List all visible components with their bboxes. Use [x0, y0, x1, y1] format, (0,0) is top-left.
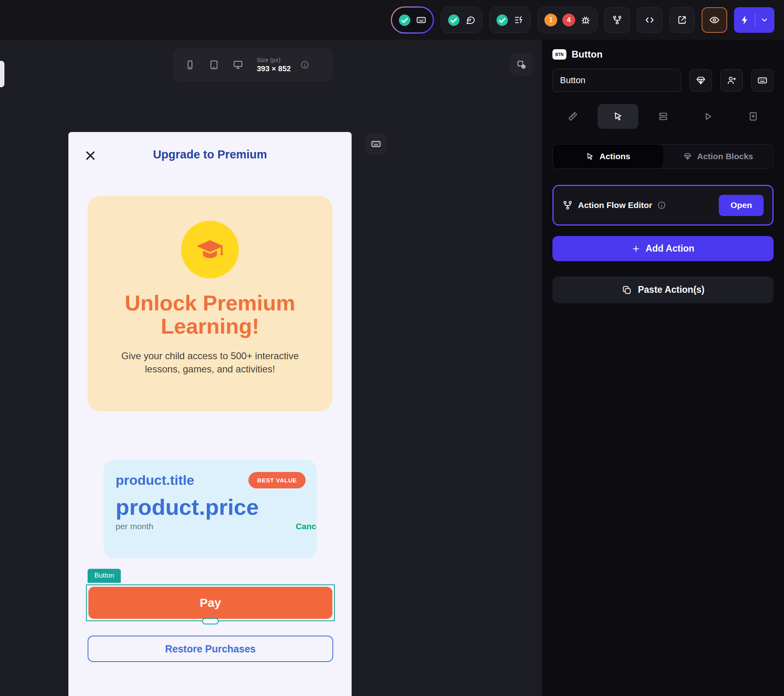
action-flow-toolbar-button[interactable] — [604, 7, 630, 33]
info-icon[interactable] — [657, 201, 666, 210]
restore-purchases-button[interactable]: Restore Purchases — [88, 636, 333, 662]
page-title: Upgrade to Premium — [68, 148, 352, 161]
cursor-icon — [613, 111, 623, 122]
gem-icon — [683, 152, 692, 161]
add-action-label: Add Action — [646, 243, 694, 254]
graduation-cap-icon — [195, 234, 225, 265]
device-tablet-button[interactable] — [205, 56, 223, 74]
open-external-icon — [677, 15, 687, 25]
hero-subtitle: Give your child access to 500+ interacti… — [114, 349, 306, 376]
code-icon — [644, 15, 655, 25]
chat-bubble-icon — [465, 15, 476, 25]
actions-segmented-control: Actions Action Blocks — [552, 144, 774, 169]
paste-actions-label: Paste Action(s) — [638, 284, 705, 295]
properties-panel: BTN Button — [542, 40, 784, 696]
paste-actions-button[interactable]: Paste Action(s) — [552, 276, 774, 303]
person-plus-icon — [726, 75, 737, 86]
hero-card[interactable]: Unlock Premium Learning! Give your child… — [88, 196, 332, 411]
panel-tab-bar — [552, 104, 774, 129]
branch-flow-icon — [612, 15, 622, 25]
action-flow-editor-label: Action Flow Editor — [578, 200, 652, 210]
open-external-button[interactable] — [669, 7, 695, 33]
product-title: product.title — [116, 472, 194, 488]
add-action-button[interactable]: Add Action — [552, 236, 774, 261]
app-builder-window: 1 4 Size (px) — [0, 0, 784, 696]
keyboard-shortcuts-icon — [416, 15, 426, 25]
transform-select-tool-button[interactable] — [510, 53, 532, 76]
optimizations-status-pill[interactable] — [489, 7, 531, 33]
widget-header: BTN Button — [552, 49, 774, 60]
chevron-down-icon[interactable] — [760, 16, 769, 24]
ai-assist-status-pill[interactable] — [391, 6, 434, 34]
widget-name-input[interactable] — [552, 69, 681, 92]
product-card[interactable]: product.title BEST VALUE product.price p… — [104, 460, 317, 558]
keyboard-toggle-button[interactable] — [365, 133, 387, 155]
tab-actions[interactable] — [598, 104, 638, 129]
cursor-icon — [586, 152, 594, 161]
transform-select-icon — [516, 59, 526, 70]
run-button[interactable] — [734, 7, 774, 33]
tab-documentation[interactable] — [733, 104, 774, 129]
phone-preview[interactable]: Upgrade to Premium Unlock Premium Learni… — [68, 132, 352, 696]
doc-plus-icon — [748, 111, 758, 122]
selection-outline: Pay — [86, 584, 335, 621]
device-size-toolbar: Size (px) 393 × 852 — [173, 48, 333, 82]
rows-icon — [658, 111, 668, 122]
hero-heading: Unlock Premium Learning! — [110, 291, 310, 338]
run-button-divider — [755, 13, 755, 27]
action-flow-editor-card: Action Flow Editor Open — [552, 185, 774, 226]
keyboard-icon — [371, 139, 381, 149]
branch-flow-icon — [562, 200, 573, 210]
size-value: 393 × 852 — [257, 64, 291, 73]
add-component-button[interactable] — [720, 69, 743, 92]
lightning-list-icon — [514, 15, 524, 25]
resize-handle[interactable] — [202, 618, 219, 624]
cancel-link[interactable]: Cancel — [296, 522, 317, 531]
view-code-button[interactable] — [637, 7, 662, 33]
preview-button[interactable] — [702, 7, 727, 33]
plus-icon — [632, 244, 640, 253]
warning-count-badge[interactable]: 1 — [544, 14, 557, 26]
widget-type-badge: BTN — [552, 49, 566, 60]
best-value-badge: BEST VALUE — [248, 472, 306, 488]
keyboard-shortcuts-button[interactable] — [751, 69, 774, 92]
gem-icon — [696, 75, 706, 86]
keyboard-icon — [757, 75, 768, 86]
left-edge-handle[interactable] — [0, 61, 4, 87]
canvas-size-readout: Size (px) 393 × 852 — [257, 56, 291, 73]
widget-name-row — [552, 69, 774, 92]
open-flow-editor-button[interactable]: Open — [719, 195, 764, 216]
comments-status-pill[interactable] — [441, 7, 482, 33]
selected-widget-tag: Button — [88, 569, 121, 583]
issues-pill[interactable]: 1 4 — [538, 7, 598, 33]
play-icon — [703, 111, 713, 122]
product-price: product.price — [116, 494, 317, 520]
ruler-icon — [568, 111, 578, 122]
hero-icon-circle — [181, 221, 239, 278]
widget-title: Button — [572, 49, 602, 60]
segment-actions[interactable]: Actions — [553, 144, 663, 168]
error-count-badge[interactable]: 4 — [562, 14, 575, 26]
tab-animations[interactable] — [688, 104, 728, 129]
bug-icon — [580, 15, 591, 25]
price-period: per month — [116, 522, 154, 531]
size-label: Size (px) — [257, 56, 291, 63]
design-canvas[interactable]: Size (px) 393 × 852 Upgrade to Premium U… — [0, 40, 542, 696]
top-toolbar: 1 4 — [0, 0, 784, 40]
lightning-run-icon — [740, 15, 750, 25]
check-circle-icon — [398, 14, 411, 26]
segment-actions-label: Actions — [600, 152, 630, 161]
tab-backend[interactable] — [643, 104, 684, 129]
tab-properties[interactable] — [552, 104, 593, 129]
pay-button[interactable]: Pay — [88, 587, 332, 619]
check-circle-icon — [496, 14, 508, 26]
segment-action-blocks[interactable]: Action Blocks — [663, 144, 774, 168]
size-info-icon[interactable] — [300, 60, 309, 69]
device-phone-button[interactable] — [181, 56, 199, 74]
theme-settings-button[interactable] — [690, 69, 712, 92]
eye-icon — [709, 15, 720, 25]
segment-action-blocks-label: Action Blocks — [697, 152, 753, 161]
copy-icon — [622, 285, 632, 295]
device-desktop-button[interactable] — [229, 56, 247, 74]
check-circle-icon — [448, 14, 460, 26]
